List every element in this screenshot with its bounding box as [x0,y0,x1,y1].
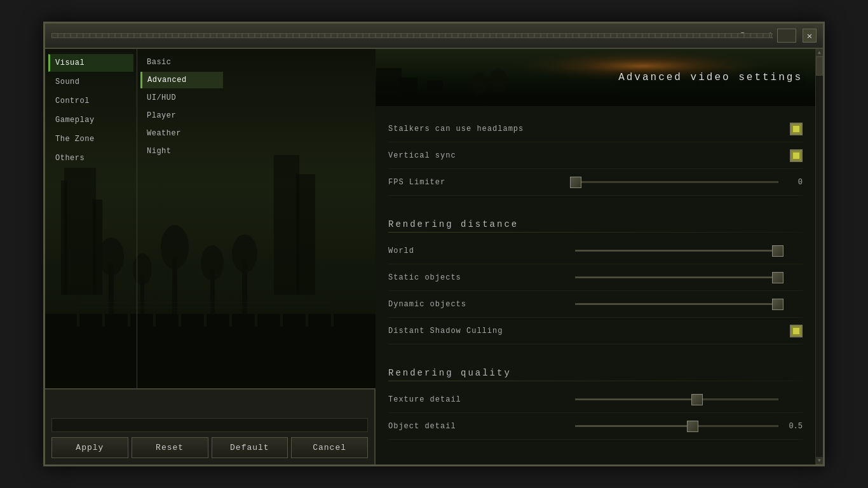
setting-distant-shadow: Distant Shadow Culling [388,318,803,344]
setting-control-vsync [790,149,803,162]
setting-control-distant-shadow [790,325,803,337]
close-button[interactable]: ✕ [803,29,817,43]
setting-control-world [575,250,803,252]
setting-static-objects: Static objects [388,264,803,291]
texture-slider-track[interactable] [575,398,778,400]
setting-label-dynamic: Dynamic objects [388,300,575,309]
submenu-item-advanced[interactable]: Advanced [140,72,223,88]
setting-label-stalkers: Stalkers can use headlamps [388,125,790,133]
svg-rect-32 [376,68,402,106]
world-slider-track[interactable] [575,250,778,252]
scrollbar: ▲ ▼ [815,49,823,464]
action-buttons: Apply Reset Default Cancel [51,437,368,458]
left-panel: Visual Sound Control Gameplay The Zone [45,49,376,464]
setting-label-distant-shadow: Distant Shadow Culling [388,327,790,336]
submenu-item-basic[interactable]: Basic [140,54,223,71]
sub-menu: Basic Advanced UI/HUD Player Weather [137,49,226,388]
svg-rect-39 [376,95,618,106]
svg-rect-34 [427,81,443,106]
scroll-thumb[interactable] [816,57,823,76]
setting-stalkers-headlamps: Stalkers can use headlamps [388,116,803,142]
setting-label-fps: FPS Limiter [388,178,575,187]
setting-label-world: World [388,247,575,255]
setting-control-dynamic [575,303,803,305]
sidebar-item-others[interactable]: Others [48,149,133,167]
svg-rect-35 [478,87,481,106]
setting-control-stalkers [790,123,803,135]
setting-label-object: Object detail [388,422,575,431]
settings-title: Advanced video settings [618,72,803,83]
svg-point-38 [489,68,507,93]
setting-vertical-sync: Vertical sync [388,142,803,169]
sidebar-item-sound[interactable]: Sound [48,73,133,91]
static-slider-track[interactable] [575,276,778,278]
preset-label: Preset [740,31,774,41]
setting-object-detail: Object detail 0.5 [388,413,803,440]
dynamic-slider-track[interactable] [575,303,778,305]
setting-texture-detail: Texture detail [388,386,803,413]
setting-control-static [575,276,803,278]
setting-control-object: 0.5 [575,422,803,431]
right-panel: Advanced video settings Stalkers can use… [376,49,815,464]
scroll-up-arrow[interactable]: ▲ [816,49,824,57]
sidebar-item-visual[interactable]: Visual [48,54,133,72]
default-button[interactable]: Default [212,437,288,458]
section-title-rendering-quality: Rendering quality [388,368,803,378]
cancel-button[interactable]: Cancel [291,437,368,458]
setting-control-texture [575,398,803,400]
svg-point-36 [471,72,487,95]
setting-label-vsync: Vertical sync [388,151,790,160]
preset-dropdown[interactable] [777,29,796,43]
object-slider-track[interactable] [575,425,778,427]
scroll-track[interactable] [816,57,823,457]
setting-fps-limiter: FPS Limiter 0 [388,169,803,196]
setting-control-fps: 0 [575,178,803,187]
panels-row: Visual Sound Control Gameplay The Zone [45,49,374,388]
main-content: Visual Sound Control Gameplay The Zone [45,49,823,464]
setting-label-static: Static objects [388,273,575,282]
fps-value: 0 [783,178,803,187]
banner-image: Advanced video settings [376,49,815,106]
setting-world: World [388,238,803,264]
sidebar-item-gameplay[interactable]: Gameplay [48,111,133,129]
section-rendering-distance: Rendering distance [388,212,803,238]
submenu-item-weather[interactable]: Weather [140,125,223,142]
info-bar [51,418,368,432]
section-rendering-quality: Rendering quality [388,360,803,386]
object-value: 0.5 [783,422,803,431]
reset-button[interactable]: Reset [132,437,208,458]
settings-scroll-area[interactable]: Stalkers can use headlamps Vertical sync [376,106,815,464]
top-bar: Preset ✕ [45,24,823,49]
checkbox-stalkers[interactable] [790,123,803,135]
section-title-rendering-distance: Rendering distance [388,219,803,229]
checkbox-distant-shadow[interactable] [790,325,803,337]
settings-window: Preset ✕ [43,22,825,466]
section-divider-2 [388,381,803,381]
checkbox-vsync[interactable] [790,149,803,162]
fps-slider-track[interactable] [575,181,778,183]
svg-rect-33 [398,78,417,106]
scroll-down-arrow[interactable]: ▼ [816,457,824,464]
preset-area: Preset ✕ [740,29,817,43]
submenu-item-ui-hud[interactable]: UI/HUD [140,90,223,106]
submenu-item-night[interactable]: Night [140,143,223,159]
sidebar-item-control[interactable]: Control [48,92,133,110]
svg-rect-37 [497,84,500,106]
submenu-item-player[interactable]: Player [140,107,223,124]
category-menu: Visual Sound Control Gameplay The Zone [45,49,137,388]
section-divider-1 [388,232,803,233]
right-panel-area: Advanced video settings Stalkers can use… [376,49,823,464]
setting-dynamic-objects: Dynamic objects [388,291,803,318]
settings-content: Stalkers can use headlamps Vertical sync [376,106,815,449]
left-bottom: Apply Reset Default Cancel [45,388,374,464]
setting-label-texture: Texture detail [388,395,575,404]
sidebar-item-the-zone[interactable]: The Zone [48,130,133,148]
apply-button[interactable]: Apply [51,437,128,458]
